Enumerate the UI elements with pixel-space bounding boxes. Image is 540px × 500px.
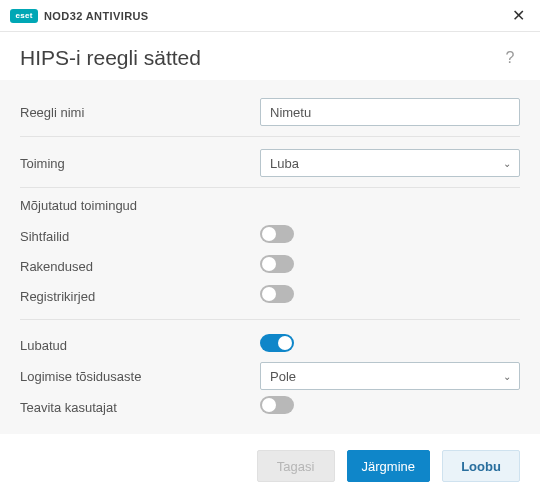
rule-name-input[interactable] (260, 98, 520, 126)
brand-logo: eset (10, 9, 38, 23)
header: HIPS-i reegli sätted ? (0, 32, 540, 80)
registry-label: Registrikirjed (20, 289, 260, 304)
cancel-button[interactable]: Loobu (442, 450, 520, 482)
back-button: Tagasi (257, 450, 335, 482)
enabled-toggle[interactable] (260, 334, 294, 352)
help-icon[interactable]: ? (500, 49, 520, 67)
row-applications: Rakendused (20, 251, 520, 281)
severity-label: Logimise tõsidusaste (20, 369, 260, 384)
enabled-label: Lubatud (20, 338, 260, 353)
divider (20, 136, 520, 137)
registry-toggle[interactable] (260, 285, 294, 303)
divider (20, 319, 520, 320)
brand-product: NOD32 ANTIVIRUS (44, 10, 149, 22)
notify-label: Teavita kasutajat (20, 400, 260, 415)
notify-toggle[interactable] (260, 396, 294, 414)
chevron-down-icon: ⌄ (503, 158, 511, 169)
page-title: HIPS-i reegli sätted (20, 46, 201, 70)
titlebar: eset NOD32 ANTIVIRUS ✕ (0, 0, 540, 32)
rule-name-label: Reegli nimi (20, 105, 260, 120)
divider (20, 187, 520, 188)
row-registry: Registrikirjed (20, 281, 520, 311)
footer: Tagasi Järgmine Loobu (0, 434, 540, 498)
row-target-files: Sihtfailid (20, 221, 520, 251)
row-rule-name: Reegli nimi (20, 96, 520, 128)
settings-panel: Reegli nimi Toiming Luba ⌄ Mõjutatud toi… (0, 80, 540, 434)
affected-ops-title: Mõjutatud toimingud (20, 198, 520, 213)
severity-select-value: Pole (270, 369, 296, 384)
close-icon[interactable]: ✕ (508, 8, 528, 24)
row-notify: Teavita kasutajat (20, 392, 520, 422)
applications-label: Rakendused (20, 259, 260, 274)
action-select-value: Luba (270, 156, 299, 171)
next-button[interactable]: Järgmine (347, 450, 430, 482)
applications-toggle[interactable] (260, 255, 294, 273)
row-action: Toiming Luba ⌄ (20, 147, 520, 179)
action-label: Toiming (20, 156, 260, 171)
action-select[interactable]: Luba ⌄ (260, 149, 520, 177)
chevron-down-icon: ⌄ (503, 371, 511, 382)
target-files-toggle[interactable] (260, 225, 294, 243)
target-files-label: Sihtfailid (20, 229, 260, 244)
brand: eset NOD32 ANTIVIRUS (10, 9, 149, 23)
row-severity: Logimise tõsidusaste Pole ⌄ (20, 360, 520, 392)
severity-select[interactable]: Pole ⌄ (260, 362, 520, 390)
row-enabled: Lubatud (20, 330, 520, 360)
